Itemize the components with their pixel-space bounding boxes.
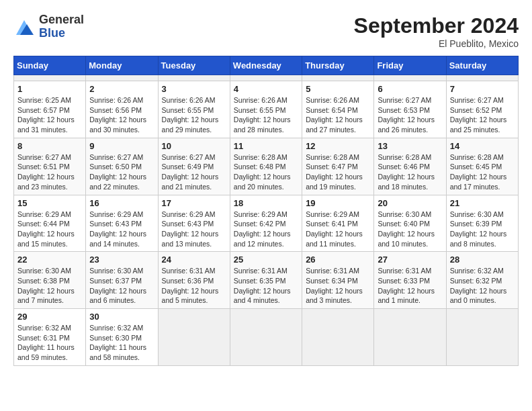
day-info: Sunrise: 6:29 AM Sunset: 6:42 PM Dayligh… [234, 210, 298, 249]
calendar-table: SundayMondayTuesdayWednesdayThursdayFrid… [13, 56, 519, 366]
calendar-cell: 16Sunrise: 6:29 AM Sunset: 6:43 PM Dayli… [86, 195, 158, 252]
weekday-header-thursday: Thursday [302, 56, 374, 75]
calendar-cell: 3Sunrise: 6:26 AM Sunset: 6:55 PM Daylig… [158, 81, 230, 138]
day-number: 4 [234, 84, 298, 94]
calendar-cell: 1Sunrise: 6:25 AM Sunset: 6:57 PM Daylig… [14, 81, 86, 138]
day-number: 10 [162, 141, 226, 151]
calendar-week-0 [14, 75, 519, 81]
day-number: 11 [234, 141, 298, 151]
calendar-cell [230, 309, 302, 366]
day-info: Sunrise: 6:27 AM Sunset: 6:50 PM Dayligh… [89, 152, 154, 192]
calendar-cell: 7Sunrise: 6:27 AM Sunset: 6:52 PM Daylig… [446, 81, 518, 138]
day-info: Sunrise: 6:26 AM Sunset: 6:56 PM Dayligh… [89, 95, 154, 135]
day-number: 28 [450, 255, 515, 265]
day-info: Sunrise: 6:27 AM Sunset: 6:49 PM Dayligh… [162, 152, 226, 192]
calendar-week-1: 1Sunrise: 6:25 AM Sunset: 6:57 PM Daylig… [14, 81, 519, 138]
day-info: Sunrise: 6:30 AM Sunset: 6:38 PM Dayligh… [17, 266, 82, 306]
calendar-cell: 14Sunrise: 6:28 AM Sunset: 6:45 PM Dayli… [446, 138, 518, 195]
calendar-cell: 4Sunrise: 6:26 AM Sunset: 6:55 PM Daylig… [230, 81, 302, 138]
calendar-cell [446, 309, 518, 366]
day-info: Sunrise: 6:31 AM Sunset: 6:33 PM Dayligh… [378, 266, 442, 306]
day-number: 3 [162, 84, 226, 94]
weekday-header-friday: Friday [374, 56, 446, 75]
calendar-cell: 12Sunrise: 6:28 AM Sunset: 6:47 PM Dayli… [302, 138, 374, 195]
day-info: Sunrise: 6:25 AM Sunset: 6:57 PM Dayligh… [17, 95, 82, 135]
day-info: Sunrise: 6:32 AM Sunset: 6:32 PM Dayligh… [450, 266, 515, 306]
calendar-cell: 25Sunrise: 6:31 AM Sunset: 6:35 PM Dayli… [230, 252, 302, 309]
calendar-cell: 22Sunrise: 6:30 AM Sunset: 6:38 PM Dayli… [14, 252, 86, 309]
calendar-cell: 9Sunrise: 6:27 AM Sunset: 6:50 PM Daylig… [86, 138, 158, 195]
calendar-cell [446, 75, 518, 81]
calendar-cell: 15Sunrise: 6:29 AM Sunset: 6:44 PM Dayli… [14, 195, 86, 252]
day-number: 16 [89, 198, 154, 208]
calendar-cell: 6Sunrise: 6:27 AM Sunset: 6:53 PM Daylig… [374, 81, 446, 138]
page-header: General Blue September 2024 El Pueblito,… [13, 13, 519, 49]
logo-general: General [39, 13, 84, 26]
calendar-cell: 26Sunrise: 6:31 AM Sunset: 6:34 PM Dayli… [302, 252, 374, 309]
calendar-week-3: 15Sunrise: 6:29 AM Sunset: 6:44 PM Dayli… [14, 195, 519, 252]
day-info: Sunrise: 6:31 AM Sunset: 6:35 PM Dayligh… [234, 266, 298, 306]
day-number: 15 [17, 198, 82, 208]
weekday-header-wednesday: Wednesday [230, 56, 302, 75]
day-number: 18 [234, 198, 298, 208]
calendar-cell [302, 75, 374, 81]
calendar-cell: 13Sunrise: 6:28 AM Sunset: 6:46 PM Dayli… [374, 138, 446, 195]
day-number: 14 [450, 141, 515, 151]
logo-blue: Blue [39, 26, 65, 40]
title-block: September 2024 El Pueblito, Mexico [354, 13, 519, 49]
day-info: Sunrise: 6:29 AM Sunset: 6:43 PM Dayligh… [162, 210, 226, 249]
weekday-header-saturday: Saturday [446, 56, 518, 75]
calendar-week-2: 8Sunrise: 6:27 AM Sunset: 6:51 PM Daylig… [14, 138, 519, 195]
weekday-header-row: SundayMondayTuesdayWednesdayThursdayFrid… [14, 56, 519, 75]
day-number: 29 [17, 312, 82, 322]
day-number: 1 [17, 84, 82, 94]
calendar-cell: 19Sunrise: 6:29 AM Sunset: 6:41 PM Dayli… [302, 195, 374, 252]
day-info: Sunrise: 6:26 AM Sunset: 6:55 PM Dayligh… [162, 95, 226, 135]
calendar-cell: 2Sunrise: 6:26 AM Sunset: 6:56 PM Daylig… [86, 81, 158, 138]
day-info: Sunrise: 6:26 AM Sunset: 6:54 PM Dayligh… [306, 95, 370, 135]
weekday-header-sunday: Sunday [14, 56, 86, 75]
calendar-cell [158, 75, 230, 81]
day-number: 26 [306, 255, 370, 265]
calendar-cell [86, 75, 158, 81]
day-info: Sunrise: 6:30 AM Sunset: 6:40 PM Dayligh… [378, 210, 442, 249]
calendar-week-5: 29Sunrise: 6:32 AM Sunset: 6:31 PM Dayli… [14, 309, 519, 366]
day-info: Sunrise: 6:28 AM Sunset: 6:46 PM Dayligh… [378, 152, 442, 192]
day-number: 12 [306, 141, 370, 151]
day-info: Sunrise: 6:29 AM Sunset: 6:44 PM Dayligh… [17, 210, 82, 249]
month-year-title: September 2024 [354, 13, 519, 38]
day-info: Sunrise: 6:31 AM Sunset: 6:34 PM Dayligh… [306, 266, 370, 306]
calendar-cell: 29Sunrise: 6:32 AM Sunset: 6:31 PM Dayli… [14, 309, 86, 366]
day-number: 27 [378, 255, 442, 265]
day-number: 17 [162, 198, 226, 208]
day-number: 2 [89, 84, 154, 94]
day-number: 9 [89, 141, 154, 151]
calendar-cell: 10Sunrise: 6:27 AM Sunset: 6:49 PM Dayli… [158, 138, 230, 195]
logo-text: General Blue [39, 13, 84, 40]
calendar-cell: 17Sunrise: 6:29 AM Sunset: 6:43 PM Dayli… [158, 195, 230, 252]
calendar-cell: 28Sunrise: 6:32 AM Sunset: 6:32 PM Dayli… [446, 252, 518, 309]
calendar-cell [302, 309, 374, 366]
calendar-cell: 11Sunrise: 6:28 AM Sunset: 6:48 PM Dayli… [230, 138, 302, 195]
day-info: Sunrise: 6:29 AM Sunset: 6:41 PM Dayligh… [306, 210, 370, 249]
calendar-cell: 18Sunrise: 6:29 AM Sunset: 6:42 PM Dayli… [230, 195, 302, 252]
weekday-header-monday: Monday [86, 56, 158, 75]
calendar-cell: 8Sunrise: 6:27 AM Sunset: 6:51 PM Daylig… [14, 138, 86, 195]
location-label: El Pueblito, Mexico [354, 38, 519, 49]
calendar-cell [230, 75, 302, 81]
day-info: Sunrise: 6:32 AM Sunset: 6:30 PM Dayligh… [89, 323, 154, 363]
day-number: 21 [450, 198, 515, 208]
day-number: 7 [450, 84, 515, 94]
day-number: 8 [17, 141, 82, 151]
day-number: 22 [17, 255, 82, 265]
logo-icon [13, 16, 35, 38]
day-info: Sunrise: 6:26 AM Sunset: 6:55 PM Dayligh… [234, 95, 298, 135]
calendar-cell: 23Sunrise: 6:30 AM Sunset: 6:37 PM Dayli… [86, 252, 158, 309]
logo: General Blue [13, 13, 84, 40]
day-info: Sunrise: 6:30 AM Sunset: 6:39 PM Dayligh… [450, 210, 515, 249]
day-number: 30 [89, 312, 154, 322]
day-info: Sunrise: 6:28 AM Sunset: 6:47 PM Dayligh… [306, 152, 370, 192]
calendar-cell: 27Sunrise: 6:31 AM Sunset: 6:33 PM Dayli… [374, 252, 446, 309]
calendar-cell: 21Sunrise: 6:30 AM Sunset: 6:39 PM Dayli… [446, 195, 518, 252]
day-info: Sunrise: 6:28 AM Sunset: 6:45 PM Dayligh… [450, 152, 515, 192]
